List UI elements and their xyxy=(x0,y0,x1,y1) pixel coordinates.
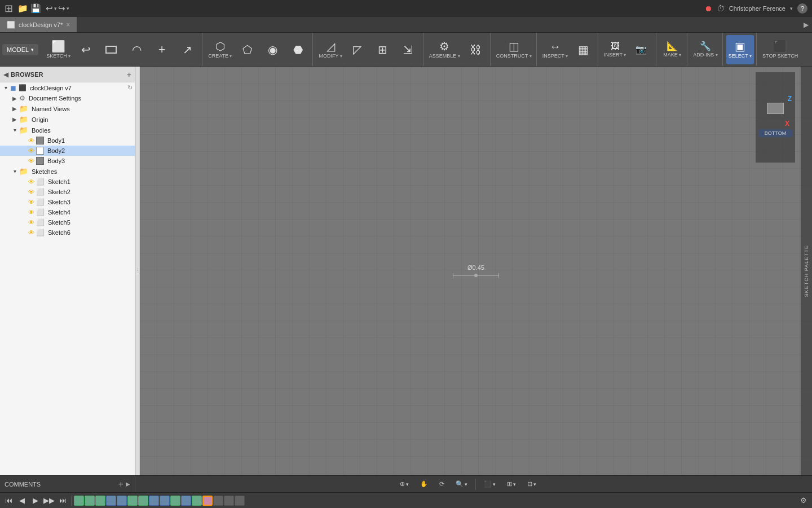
timeline-item-11[interactable] xyxy=(181,496,191,506)
construct-button[interactable]: ◫ CONSTRUCT ▾ xyxy=(494,35,534,64)
tree-item-sketches[interactable]: ▾ 📁 Sketches xyxy=(0,166,135,177)
undo-button[interactable]: ↩ xyxy=(46,3,53,14)
shell-button[interactable]: ⬣ xyxy=(285,35,310,64)
timeline-first-button[interactable]: ⏮ xyxy=(2,494,15,507)
design-tab[interactable]: ⬜ clockDesign v7* × xyxy=(0,17,77,32)
timeline-item-12[interactable] xyxy=(192,496,202,506)
timeline-item-4[interactable] xyxy=(106,496,116,506)
undo-sketch-button[interactable]: ↩ xyxy=(73,35,98,64)
file-open-icon[interactable]: 📁 xyxy=(17,3,28,14)
comments-expand-button[interactable]: ▶ xyxy=(126,481,130,487)
user-arrow[interactable]: ▾ xyxy=(790,6,793,11)
timeline-item-5[interactable] xyxy=(117,496,127,506)
comments-add-button[interactable]: + xyxy=(118,479,123,489)
arc-button[interactable]: ◠ xyxy=(124,35,149,64)
sketch6-eye-icon[interactable]: 👁 xyxy=(28,229,34,236)
sidebar-expand-button[interactable]: + xyxy=(127,70,131,79)
tab-scroll-right[interactable]: ▶ xyxy=(800,17,812,32)
timeline-prev-button[interactable]: ◀ xyxy=(16,494,28,507)
tree-item-body3[interactable]: 👁 Body3 xyxy=(0,156,135,166)
zoom-button[interactable]: 🔍 ▾ xyxy=(452,479,471,489)
timeline-item-3[interactable] xyxy=(95,496,105,506)
select-button[interactable]: ▣ SELECT ▾ xyxy=(726,35,754,64)
pan-button[interactable]: ✋ xyxy=(417,479,431,489)
sketch1-eye-icon[interactable]: 👁 xyxy=(28,178,34,185)
tab-close-button[interactable]: × xyxy=(66,21,70,29)
timeline-item-6[interactable] xyxy=(127,496,138,506)
view-settings-button[interactable]: ⊟ ▾ xyxy=(524,479,540,489)
sidebar-collapse-button[interactable]: ◀ xyxy=(3,71,8,78)
project-button[interactable]: ↗ xyxy=(175,35,200,64)
stop-sketch-button[interactable]: ⬛ STOP SKETCH xyxy=(760,35,800,64)
view-cube[interactable]: Z X BOTTOM xyxy=(756,72,795,163)
viewport[interactable]: Ø0.45 Z X BOTTOM xyxy=(140,67,812,475)
tree-item-sketch5[interactable]: 👁 ⬜ Sketch5 xyxy=(0,217,135,227)
body2-eye-icon[interactable]: 👁 xyxy=(28,147,34,154)
sketch2-eye-icon[interactable]: 👁 xyxy=(28,189,34,195)
compass-face-bottom[interactable]: BOTTOM xyxy=(758,129,792,137)
timeline-settings-button[interactable]: ⚙ xyxy=(797,494,810,507)
tree-item-sketch1[interactable]: 👁 ⬜ Sketch1 xyxy=(0,177,135,187)
tree-item-body2[interactable]: 👁 Body2 xyxy=(0,146,135,156)
timeline-item-15[interactable] xyxy=(224,496,234,506)
addins-button[interactable]: 🔧 ADD-INS ▾ xyxy=(691,35,720,64)
body3-eye-icon[interactable]: 👁 xyxy=(28,157,34,164)
sketch4-eye-icon[interactable]: 👁 xyxy=(28,209,34,216)
timeline-next-button[interactable]: ▶▶ xyxy=(43,494,55,507)
timeline-play-button[interactable]: ▶ xyxy=(29,494,42,507)
grid-button[interactable]: ⊞ ▾ xyxy=(504,479,519,489)
help-button[interactable]: ? xyxy=(797,3,807,14)
root-refresh-icon[interactable]: ↻ xyxy=(127,84,133,91)
make-button[interactable]: 📐 MAKE ▾ xyxy=(660,35,685,64)
section-button[interactable]: ▦ xyxy=(571,35,595,64)
tree-item-doc-settings[interactable]: ▶ ⚙ Document Settings xyxy=(0,93,135,103)
record-icon[interactable]: ⏺ xyxy=(704,4,712,13)
tree-item-sketch6[interactable]: 👁 ⬜ Sketch6 xyxy=(0,227,135,238)
model-dropdown[interactable]: MODEL ▾ xyxy=(2,44,38,55)
scale-button[interactable]: ⇲ xyxy=(396,35,421,64)
orbit-button[interactable]: ⟳ xyxy=(436,479,448,489)
tree-item-sketch4[interactable]: 👁 ⬜ Sketch4 xyxy=(0,207,135,217)
timeline-item-14[interactable] xyxy=(213,496,223,506)
tree-item-root[interactable]: ▾ ◼ ⬛ clockDesign v7 ↻ xyxy=(0,82,135,93)
file-save-icon[interactable]: 💾 xyxy=(30,3,41,14)
sketch3-eye-icon[interactable]: 👁 xyxy=(28,199,34,205)
tree-item-sketch3[interactable]: 👁 ⬜ Sketch3 xyxy=(0,197,135,207)
timeline-item-8[interactable] xyxy=(149,496,159,506)
timeline-last-button[interactable]: ⏭ xyxy=(56,494,69,507)
tree-item-origin[interactable]: ▶ 📁 Origin xyxy=(0,114,135,125)
sphere-button[interactable]: ◉ xyxy=(260,35,285,64)
insert-button[interactable]: 🖼 INSERT ▾ xyxy=(602,35,628,64)
timeline-item-1[interactable] xyxy=(74,496,84,506)
sketch5-eye-icon[interactable]: 👁 xyxy=(28,219,34,226)
rect-button[interactable] xyxy=(99,35,123,64)
timer-icon[interactable]: ⏱ xyxy=(717,4,725,13)
timeline-item-7[interactable] xyxy=(138,496,148,506)
sidebar-resize-handle[interactable]: ⋮ xyxy=(135,67,140,475)
create-sketch-button[interactable]: ⬜ SKETCH ▾ xyxy=(44,35,73,64)
timeline-item-16[interactable] xyxy=(235,496,245,506)
tree-item-body1[interactable]: 👁 Body1 xyxy=(0,135,135,146)
modify-button[interactable]: ◿ MODIFY ▾ xyxy=(316,35,344,64)
chamfer-button[interactable]: ◸ xyxy=(345,35,370,64)
sketch-palette-panel[interactable]: SKETCH PALETTE xyxy=(801,67,812,475)
assemble-button[interactable]: ⚙ ASSEMBLE ▾ xyxy=(427,35,462,64)
insert2-button[interactable]: 📷 xyxy=(629,35,654,64)
snap-button[interactable]: ⊕ ▾ xyxy=(396,479,412,489)
tree-item-sketch2[interactable]: 👁 ⬜ Sketch2 xyxy=(0,187,135,197)
tree-item-named-views[interactable]: ▶ 📁 Named Views xyxy=(0,103,135,114)
redo-arrow[interactable]: ▾ xyxy=(67,6,69,11)
timeline-item-2[interactable] xyxy=(85,496,95,506)
app-grid-icon[interactable]: ⊞ xyxy=(5,2,13,15)
timeline-item-10[interactable] xyxy=(170,496,180,506)
display-mode-button[interactable]: ⬛ ▾ xyxy=(480,479,499,489)
timeline-item-active[interactable] xyxy=(202,496,213,506)
joint-button[interactable]: ⛓ xyxy=(463,35,488,64)
combine-button[interactable]: ⊞ xyxy=(370,35,395,64)
user-name[interactable]: Christopher Ference xyxy=(729,5,785,12)
body1-eye-icon[interactable]: 👁 xyxy=(28,137,34,144)
tree-item-bodies[interactable]: ▾ 📁 Bodies xyxy=(0,125,135,135)
inspect-button[interactable]: ↔ INSPECT ▾ xyxy=(540,35,570,64)
revolve-button[interactable]: ⬠ xyxy=(235,35,259,64)
point-button[interactable]: + xyxy=(149,35,174,64)
